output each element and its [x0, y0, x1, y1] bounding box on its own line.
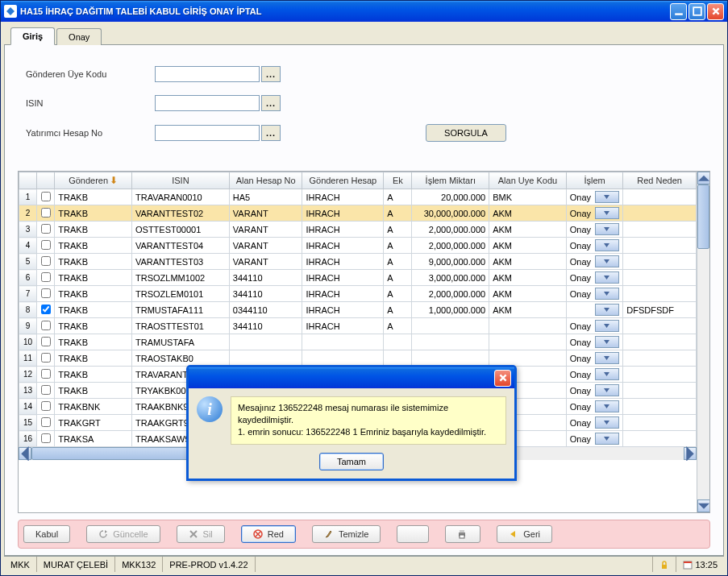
cell-alan-uye[interactable]: AKM [489, 238, 567, 254]
gonderen-input[interactable] [155, 66, 260, 82]
cell-alan-uye[interactable]: AKM [489, 222, 567, 238]
chevron-down-icon[interactable] [595, 400, 620, 412]
cell-alan-uye[interactable] [489, 350, 567, 367]
cell-isin[interactable]: VARANTTEST03 [131, 254, 229, 270]
cell-red-neden[interactable] [623, 238, 697, 254]
row-checkbox-cell[interactable] [37, 254, 55, 270]
cell-alan-hesap[interactable]: VARANT [229, 222, 302, 238]
cell-gonderen-hesap[interactable]: IHRACH [302, 205, 384, 222]
hesap-lookup-button[interactable]: ... [261, 125, 281, 141]
geri-button[interactable]: Geri [497, 525, 552, 543]
scroll-down-icon[interactable] [697, 499, 710, 512]
cell-islem-miktari[interactable]: 2,000,000.000 [412, 238, 489, 254]
cell-ek[interactable]: A [384, 286, 412, 302]
col-checkbox[interactable] [37, 172, 55, 189]
row-checkbox[interactable] [41, 353, 51, 363]
temizle-button[interactable]: Temizle [312, 525, 381, 543]
row-checkbox-cell[interactable] [37, 205, 55, 222]
dialog-ok-button[interactable]: Tamam [319, 453, 384, 470]
table-row[interactable]: 4TRAKBVARANTTEST04VARANTIHRACHA2,000,000… [19, 238, 697, 254]
chevron-down-icon[interactable] [595, 416, 620, 429]
cell-isin[interactable]: TRSOZLEM0101 [131, 286, 229, 302]
row-checkbox-cell[interactable] [37, 431, 55, 447]
cell-islem[interactable]: Onay [566, 318, 623, 334]
row-checkbox[interactable] [41, 401, 51, 411]
col-gonderen[interactable]: Gönderen⬇ [55, 172, 132, 189]
cell-alan-hesap[interactable] [229, 350, 302, 367]
cell-red-neden[interactable] [623, 286, 697, 302]
row-checkbox[interactable] [41, 272, 51, 282]
minimize-button[interactable] [670, 3, 687, 20]
col-islem-miktari[interactable]: İşlem Miktarı [412, 172, 489, 189]
unknown-button-1[interactable] [397, 525, 429, 543]
cell-islem[interactable]: Onay [566, 431, 623, 447]
cell-islem-miktari[interactable] [412, 334, 489, 350]
cell-islem[interactable]: Onay [566, 334, 623, 350]
cell-islem[interactable]: Onay [566, 286, 623, 302]
cell-islem[interactable]: Onay [566, 399, 623, 415]
cell-alan-hesap[interactable]: 344110 [229, 318, 302, 334]
row-checkbox-cell[interactable] [37, 399, 55, 415]
cell-alan-uye[interactable]: BMK [489, 189, 567, 205]
cell-gonderen-hesap[interactable]: IHRACH [302, 254, 384, 270]
cell-red-neden[interactable] [623, 222, 697, 238]
isin-input[interactable] [155, 95, 260, 111]
cell-gonderen[interactable]: TRAKB [55, 350, 132, 367]
cell-alan-uye[interactable]: AKM [489, 254, 567, 270]
cell-islem[interactable]: Onay [566, 189, 623, 205]
cell-red-neden[interactable] [623, 350, 697, 367]
cell-alan-hesap[interactable] [229, 334, 302, 350]
col-ek[interactable]: Ek [384, 172, 412, 189]
cell-gonderen[interactable]: TRAKB [55, 238, 132, 254]
row-checkbox[interactable] [41, 240, 51, 250]
cell-gonderen[interactable]: TRAKSA [55, 431, 132, 447]
cell-isin[interactable]: VARANTTEST02 [131, 205, 229, 222]
cell-islem[interactable] [566, 302, 623, 318]
cell-gonderen[interactable]: TRAKB [55, 302, 132, 318]
table-row[interactable]: 11TRAKBTRAOSTAKB0Onay [19, 350, 697, 367]
cell-islem[interactable]: Onay [566, 222, 623, 238]
cell-isin[interactable]: TRMUSTAFA111 [131, 302, 229, 318]
cell-islem[interactable]: Onay [566, 254, 623, 270]
cell-alan-uye[interactable] [489, 318, 567, 334]
cell-islem-miktari[interactable]: 30,000,000.000 [412, 205, 489, 222]
cell-ek[interactable]: A [384, 222, 412, 238]
cell-isin[interactable]: TRSOZLMM1002 [131, 270, 229, 286]
row-checkbox[interactable] [41, 224, 51, 234]
col-gonderen-hesap[interactable]: Gönderen Hesap [302, 172, 384, 189]
cell-gonderen[interactable]: TRAKB [55, 222, 132, 238]
row-checkbox[interactable] [41, 337, 51, 346]
cell-gonderen[interactable]: TRAKB [55, 318, 132, 334]
cell-islem[interactable]: Onay [566, 415, 623, 431]
query-button[interactable]: SORGULA [426, 124, 506, 142]
vertical-scrollbar[interactable] [697, 172, 709, 512]
row-checkbox[interactable] [41, 417, 51, 427]
row-checkbox[interactable] [41, 321, 51, 330]
cell-islem-miktari[interactable]: 20,000.000 [412, 189, 489, 205]
cell-gonderen[interactable]: TRAKB [55, 189, 132, 205]
vscroll-thumb[interactable] [697, 184, 709, 249]
table-row[interactable]: 7TRAKBTRSOZLEM0101344110IHRACHA2,000,000… [19, 286, 697, 302]
cell-islem-miktari[interactable]: 1,000,000.000 [412, 302, 489, 318]
cell-alan-uye[interactable]: AKM [489, 270, 567, 286]
row-checkbox[interactable] [41, 288, 51, 298]
table-row[interactable]: 9TRAKBTRAOSTTEST01344110IHRACHAOnay [19, 318, 697, 334]
cell-gonderen-hesap[interactable]: IHRACH [302, 302, 384, 318]
cell-islem-miktari[interactable] [412, 350, 489, 367]
cell-gonderen-hesap[interactable]: IHRACH [302, 286, 384, 302]
chevron-down-icon[interactable] [595, 223, 620, 235]
row-checkbox-cell[interactable] [37, 367, 55, 383]
chevron-down-icon[interactable] [595, 304, 620, 316]
cell-gonderen[interactable]: TRAKBNK [55, 399, 132, 415]
row-checkbox-cell[interactable] [37, 270, 55, 286]
cell-ek[interactable]: A [384, 189, 412, 205]
cell-gonderen-hesap[interactable] [302, 350, 384, 367]
chevron-down-icon[interactable] [595, 239, 620, 251]
cell-ek[interactable]: A [384, 270, 412, 286]
cell-isin[interactable]: TRAVARAN0010 [131, 189, 229, 205]
table-row[interactable]: 8TRAKBTRMUSTAFA1110344110IHRACHA1,000,00… [19, 302, 697, 318]
cell-gonderen-hesap[interactable]: IHRACH [302, 222, 384, 238]
cell-ek[interactable]: A [384, 238, 412, 254]
chevron-down-icon[interactable] [595, 255, 620, 267]
chevron-down-icon[interactable] [595, 368, 620, 380]
